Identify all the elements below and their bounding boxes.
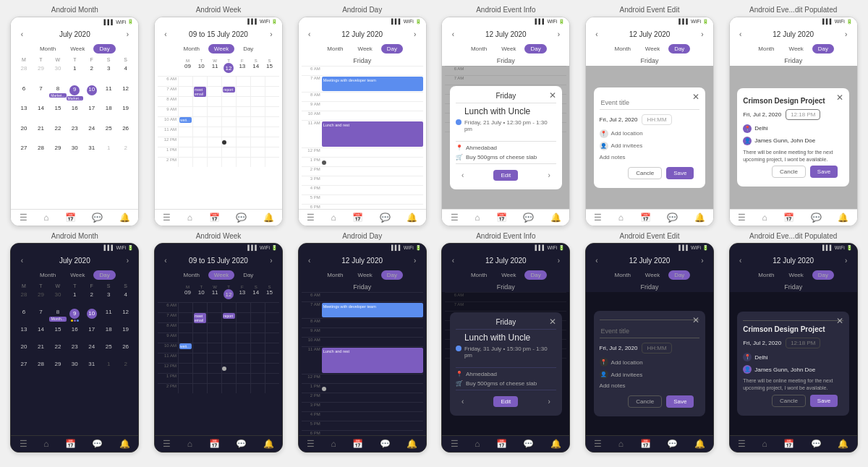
close-edit-btn-dark[interactable]: ✕ (692, 315, 699, 325)
cal-day[interactable]: 11 (100, 307, 116, 324)
prev-arrow-6[interactable]: ‹ (736, 29, 746, 39)
calendar-icon[interactable]: 📅 (209, 439, 220, 449)
tab-month-2[interactable]: Month (178, 44, 205, 53)
cal-day[interactable]: 17 (83, 103, 100, 123)
tab-month-9[interactable]: Month (321, 270, 349, 280)
cal-day[interactable]: 16 (67, 103, 83, 123)
tab-week-9[interactable]: Week (352, 270, 378, 280)
bell-icon[interactable]: 🔔 (407, 213, 417, 223)
cal-day-today[interactable]: 10 (83, 307, 100, 324)
chat-icon[interactable]: 💬 (667, 439, 678, 449)
calendar-icon[interactable]: 📅 (496, 213, 507, 223)
cal-day[interactable]: 31 (83, 143, 100, 163)
tab-week-1[interactable]: Week (64, 44, 90, 53)
cal-day[interactable]: 14 (33, 103, 49, 123)
cal-day[interactable]: 2 (117, 359, 134, 376)
cal-day[interactable]: 20 (15, 342, 32, 359)
bell-icon[interactable]: 🔔 (263, 439, 274, 449)
tab-week-12[interactable]: Week (783, 270, 809, 280)
menu-icon[interactable]: ☰ (451, 439, 459, 449)
prev-event-btn[interactable]: ‹ (461, 171, 464, 179)
next-arrow-5[interactable]: › (697, 29, 707, 39)
bell-icon[interactable]: 🔔 (263, 213, 274, 223)
chat-icon[interactable]: 💬 (236, 439, 247, 449)
tab-month-1[interactable]: Month (34, 44, 61, 53)
cal-day[interactable]: 25 (100, 342, 116, 359)
tab-week-3[interactable]: Week (352, 44, 378, 53)
home-icon[interactable]: ⌂ (618, 213, 624, 223)
menu-icon[interactable]: ☰ (20, 439, 27, 449)
tab-month-3[interactable]: Month (321, 44, 349, 53)
cal-day-today[interactable]: 10 (83, 84, 100, 103)
home-icon[interactable]: ⌂ (187, 439, 192, 449)
cal-day[interactable]: 15 (49, 325, 66, 341)
tab-day-1[interactable]: Day (93, 44, 115, 53)
menu-icon[interactable]: ☰ (738, 439, 746, 449)
prev-arrow-1[interactable]: ‹ (17, 29, 27, 39)
tab-week-8[interactable]: Week (208, 270, 234, 280)
tab-month-12[interactable]: Month (752, 270, 780, 280)
tab-month-7[interactable]: Month (34, 270, 61, 280)
cal-day[interactable]: 19 (117, 103, 134, 123)
cal-day[interactable]: 24 (83, 342, 100, 359)
tab-day-10[interactable]: Day (524, 270, 546, 280)
home-icon[interactable]: ⌂ (475, 213, 480, 223)
next-arrow-8[interactable]: › (266, 255, 276, 265)
edit-event-btn[interactable]: Edit (493, 170, 518, 181)
close-edit-btn[interactable]: ✕ (692, 92, 699, 102)
cal-day[interactable]: 29 (33, 290, 49, 307)
next-arrow-4[interactable]: › (553, 29, 563, 39)
tab-month-10[interactable]: Month (465, 270, 493, 280)
prev-arrow-12[interactable]: ‹ (736, 255, 746, 265)
cal-day[interactable]: 17 (83, 325, 100, 341)
prev-arrow-11[interactable]: ‹ (592, 255, 602, 265)
cal-day[interactable]: 22 (49, 124, 66, 143)
chat-icon[interactable]: 💬 (92, 213, 103, 223)
cal-day[interactable]: 19 (117, 325, 134, 341)
edit-event-btn-dark[interactable]: Edit (493, 396, 518, 407)
cal-day[interactable]: 24 (83, 124, 100, 143)
bell-icon[interactable]: 🔔 (407, 439, 417, 449)
next-arrow-2[interactable]: › (266, 29, 276, 39)
bell-icon[interactable]: 🔔 (694, 213, 705, 223)
prev-arrow-2[interactable]: ‹ (161, 29, 171, 39)
menu-icon[interactable]: ☰ (163, 439, 171, 449)
cal-day[interactable]: 7 (33, 84, 49, 103)
cal-day[interactable]: 28 (15, 64, 32, 83)
prev-event-btn-dark[interactable]: ‹ (461, 398, 464, 406)
chat-icon[interactable]: 💬 (236, 213, 247, 223)
bell-icon[interactable]: 🔔 (838, 213, 848, 223)
cal-day[interactable]: 29 (49, 143, 66, 163)
next-event-btn-dark[interactable]: › (548, 398, 550, 406)
cal-day[interactable]: 18 (100, 325, 116, 341)
close-populated-btn-dark[interactable]: ✕ (836, 316, 843, 326)
cal-day[interactable]: 20 (15, 124, 32, 143)
home-icon[interactable]: ⌂ (762, 439, 767, 449)
chat-icon[interactable]: 💬 (92, 439, 103, 449)
tab-month-4[interactable]: Month (465, 44, 493, 53)
tab-day-9[interactable]: Day (381, 270, 403, 280)
calendar-icon[interactable]: 📅 (352, 439, 363, 449)
home-icon[interactable]: ⌂ (331, 439, 336, 449)
chat-icon[interactable]: 💬 (667, 213, 678, 223)
tab-week-2[interactable]: Week (208, 44, 234, 53)
next-arrow-9[interactable]: › (410, 255, 420, 265)
save-btn[interactable]: Save (666, 167, 694, 179)
cal-day[interactable]: 1 (67, 64, 83, 83)
cal-day[interactable]: 2 (83, 64, 100, 83)
cal-day[interactable]: 23 (67, 342, 83, 359)
save-btn-6[interactable]: Save (810, 166, 838, 178)
tab-week-10[interactable]: Week (495, 270, 522, 280)
cal-day[interactable]: 4 (117, 64, 134, 83)
cal-day[interactable]: 9 (67, 307, 83, 324)
prev-arrow-8[interactable]: ‹ (161, 255, 171, 265)
cal-day[interactable]: 12 (117, 307, 134, 324)
cal-day[interactable]: 29 (33, 64, 49, 83)
prev-arrow-7[interactable]: ‹ (17, 255, 27, 265)
chat-icon[interactable]: 💬 (811, 213, 822, 223)
prev-arrow-9[interactable]: ‹ (305, 255, 315, 265)
calendar-icon[interactable]: 📅 (640, 213, 651, 223)
cal-day[interactable]: 27 (15, 143, 32, 163)
cal-day[interactable]: 8 Month... (49, 307, 66, 324)
calendar-icon[interactable]: 📅 (65, 439, 76, 449)
